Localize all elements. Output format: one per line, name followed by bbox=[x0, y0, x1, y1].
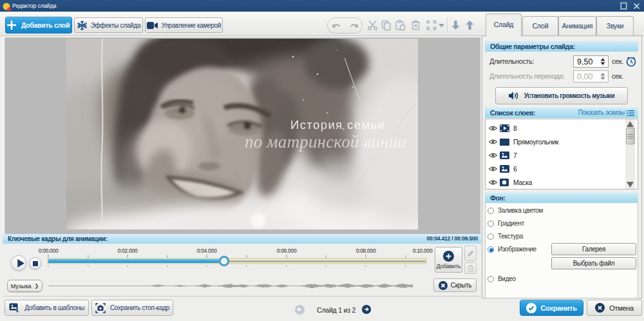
svg-text:0:06.000: 0:06.000 bbox=[277, 248, 297, 254]
svg-text:0:08.000: 0:08.000 bbox=[356, 248, 376, 254]
svg-text:по матринской линии: по матринской линии bbox=[245, 132, 406, 151]
svg-text:0:02.000: 0:02.000 bbox=[118, 248, 138, 254]
svg-text:История семьи: История семьи bbox=[290, 118, 385, 131]
svg-text:0:04.000: 0:04.000 bbox=[197, 248, 217, 254]
svg-text:0:00.000: 0:00.000 bbox=[39, 248, 59, 254]
svg-text:0:10.000: 0:10.000 bbox=[413, 248, 433, 254]
